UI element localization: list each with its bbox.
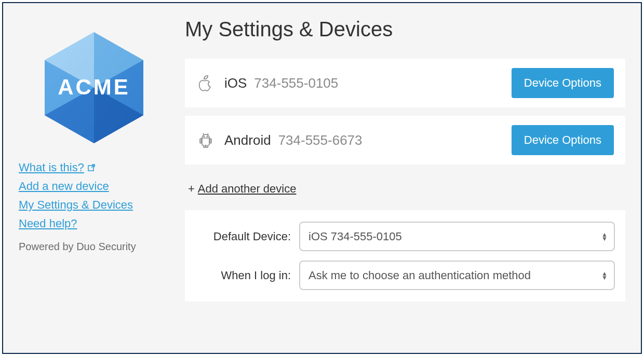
default-device-select[interactable]: iOS 734-555-0105 [299,222,615,251]
add-another-label: Add another device [198,182,297,196]
sidebar-links: What is this? Add a new device My Settin… [19,161,169,230]
link-label: My Settings & Devices [19,198,133,212]
link-what-is-this[interactable]: What is this? [19,161,96,174]
device-platform: iOS [224,75,247,91]
svg-line-10 [203,133,204,135]
device-phone: 734-555-0105 [254,75,511,91]
device-row: Android 734-555-6673 Device Options [185,116,625,165]
link-my-settings-devices[interactable]: My Settings & Devices [19,198,133,212]
login-behavior-select[interactable]: Ask me to choose an authentication metho… [299,261,615,290]
login-behavior-label: When I log in: [195,269,299,282]
svg-rect-14 [200,139,202,143]
link-label: Add a new device [19,180,109,193]
settings-panel: Default Device: iOS 734-555-0105 ▲▼ When… [185,210,625,302]
powered-by: Powered by Duo Security [19,241,169,253]
logo-container: ACME [19,28,169,147]
main-panel: My Settings & Devices iOS 734-555-0105 D… [169,18,625,338]
svg-point-13 [207,136,207,136]
svg-line-9 [91,165,95,168]
device-options-button[interactable]: Device Options [512,125,614,155]
svg-line-11 [207,133,208,135]
page-title: My Settings & Devices [185,18,625,41]
android-icon [196,132,215,148]
link-label: Need help? [19,217,77,230]
default-device-row: Default Device: iOS 734-555-0105 ▲▼ [195,222,615,251]
app-frame: ACME What is this? Add a new device My S… [2,2,642,354]
add-another-device-link[interactable]: + Add another device [188,182,296,196]
login-behavior-row: When I log in: Ask me to choose an authe… [195,261,615,290]
svg-text:ACME: ACME [58,75,130,99]
link-add-new-device[interactable]: Add a new device [19,180,109,193]
device-platform: Android [224,132,271,148]
link-label: What is this? [19,161,84,174]
external-link-icon [87,163,96,172]
svg-rect-15 [210,139,212,143]
sidebar: ACME What is this? Add a new device My S… [19,18,169,338]
acme-logo: ACME [37,28,151,147]
plus-icon: + [188,182,195,196]
device-row: iOS 734-555-0105 Device Options [185,59,625,107]
device-options-button[interactable]: Device Options [512,68,614,98]
default-device-label: Default Device: [195,230,299,243]
link-need-help[interactable]: Need help? [19,217,77,230]
svg-point-12 [204,136,204,136]
apple-icon [196,75,215,91]
device-phone: 734-555-6673 [278,132,512,148]
